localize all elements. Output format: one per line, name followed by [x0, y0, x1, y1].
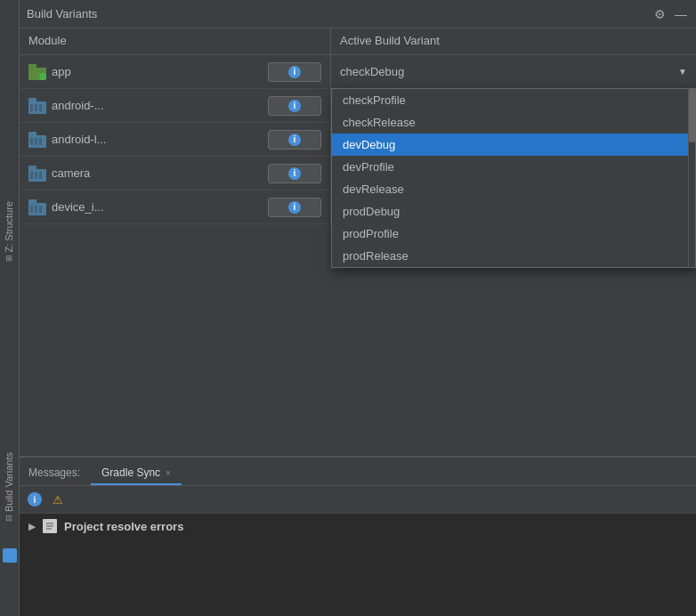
play-icon: ▶: [28, 522, 36, 531]
table-header: Module Active Build Variant: [20, 28, 696, 55]
bottom-panel: Messages: Gradle Sync × i ⚠: [20, 456, 696, 616]
module-name-android2: android-l...: [52, 133, 106, 146]
module-column-header: Module: [20, 28, 331, 54]
warning-toolbar-icon: ⚠: [51, 492, 65, 507]
variant-column-header: Active Build Variant: [331, 28, 696, 54]
svg-rect-20: [30, 206, 33, 213]
dropdown-item-devProfile[interactable]: devProfile: [332, 156, 695, 178]
svg-rect-16: [35, 172, 37, 179]
error-text: Project resolve errors: [64, 520, 183, 533]
svg-rect-14: [28, 166, 36, 170]
module-cell-camera: camera i: [20, 157, 331, 190]
build-variants-icon: ⊟: [4, 515, 13, 522]
table-row: app i checkDebug ▼ checkProfilecheckRele…: [20, 55, 696, 89]
variant-dropdown[interactable]: checkProfilecheckReleasedevDebugdevProfi…: [331, 88, 696, 268]
dropdown-list: checkProfilecheckReleasedevDebugdevProfi…: [332, 89, 695, 267]
svg-rect-22: [39, 206, 42, 213]
svg-rect-12: [39, 138, 42, 145]
gradle-sync-tab[interactable]: Gradle Sync ×: [91, 462, 182, 485]
gear-icon: ⚙: [654, 7, 666, 21]
device-module-icon: [28, 199, 46, 215]
info-icon-app: i: [288, 66, 301, 78]
build-variants-label: Build Variants: [4, 452, 14, 512]
info-button-app[interactable]: i: [268, 62, 321, 82]
svg-rect-15: [30, 172, 33, 179]
svg-rect-7: [39, 104, 42, 111]
variant-cell-app[interactable]: checkDebug ▼ checkProfilecheckReleasedev…: [331, 55, 696, 88]
svg-rect-4: [28, 98, 36, 102]
sidebar-build-tab[interactable]: ⊟ Build Variants: [0, 447, 18, 527]
svg-rect-19: [28, 199, 36, 204]
dropdown-item-devDebug[interactable]: devDebug: [332, 134, 695, 156]
svg-rect-6: [35, 104, 37, 111]
svg-rect-1: [28, 64, 36, 69]
info-button-android1[interactable]: i: [268, 96, 321, 116]
sidebar-structure-tab[interactable]: ⊞ Z: Structure: [0, 196, 18, 267]
dropdown-item-checkProfile[interactable]: checkProfile: [332, 89, 695, 111]
svg-rect-5: [30, 104, 33, 111]
gear-button[interactable]: ⚙: [651, 6, 668, 22]
module-cell-android1: android-... i: [20, 89, 331, 122]
info-button-camera[interactable]: i: [268, 164, 321, 183]
tab-close-icon[interactable]: ×: [166, 468, 171, 478]
dropdown-item-devRelease[interactable]: devRelease: [332, 178, 695, 200]
svg-rect-21: [35, 206, 37, 213]
info-toolbar-icon: i: [28, 492, 42, 507]
app-module-icon: [28, 64, 46, 80]
module-cell-device: device_i... i: [20, 190, 331, 223]
minimize-button[interactable]: —: [673, 6, 689, 22]
module-cell-app: app i: [20, 55, 331, 88]
bottom-icon: [3, 548, 17, 563]
minimize-icon: —: [675, 7, 687, 21]
module-cell-android2: android-l... i: [20, 123, 331, 156]
build-variants-table: Module Active Build Variant: [20, 28, 696, 456]
build-variants-title: Build Variants: [27, 7, 97, 20]
dropdown-arrow-app: ▼: [678, 67, 687, 77]
structure-label: Z: Structure: [4, 201, 14, 252]
module-name-camera: camera: [52, 166, 90, 180]
svg-rect-9: [28, 132, 36, 136]
dropdown-item-prodProfile[interactable]: prodProfile: [332, 223, 695, 245]
module-name-device: device_i...: [52, 200, 104, 214]
info-icon-camera: i: [288, 167, 301, 180]
dropdown-item-prodDebug[interactable]: prodDebug: [332, 200, 695, 223]
info-icon-device: i: [288, 201, 301, 214]
module-name-android1: android-...: [52, 99, 104, 112]
variant-value-app: checkDebug: [340, 65, 404, 78]
info-button-android2[interactable]: i: [268, 130, 321, 150]
dropdown-item-prodRelease[interactable]: prodRelease: [332, 245, 695, 267]
gradle-sync-label: Gradle Sync: [101, 466, 160, 479]
android2-module-icon: [28, 132, 46, 148]
structure-icon: ⊞: [4, 255, 13, 262]
table-body: app i checkDebug ▼ checkProfilecheckRele…: [20, 55, 696, 456]
svg-rect-11: [35, 138, 37, 145]
module-name-app: app: [52, 65, 71, 78]
build-variants-header: Build Variants ⚙ —: [20, 0, 696, 28]
info-toolbar-button[interactable]: i: [25, 490, 45, 509]
info-button-device[interactable]: i: [268, 198, 321, 217]
file-icon: [43, 519, 57, 533]
camera-module-icon: [28, 166, 46, 182]
info-icon-android1: i: [288, 100, 301, 112]
info-icon-android2: i: [288, 134, 301, 146]
svg-rect-17: [39, 172, 42, 179]
android1-module-icon: [28, 98, 46, 114]
messages-label: Messages:: [20, 462, 91, 485]
dropdown-item-checkRelease[interactable]: checkRelease: [332, 111, 695, 134]
bottom-tabs-bar: Messages: Gradle Sync ×: [20, 458, 696, 486]
svg-rect-10: [30, 138, 33, 145]
warning-toolbar-button[interactable]: ⚠: [48, 490, 68, 509]
svg-point-2: [39, 73, 46, 80]
bottom-content: i ⚠ ▶: [20, 486, 696, 616]
bottom-toolbar: i ⚠: [20, 486, 696, 514]
error-row: ▶ Project resolve errors: [20, 514, 696, 539]
